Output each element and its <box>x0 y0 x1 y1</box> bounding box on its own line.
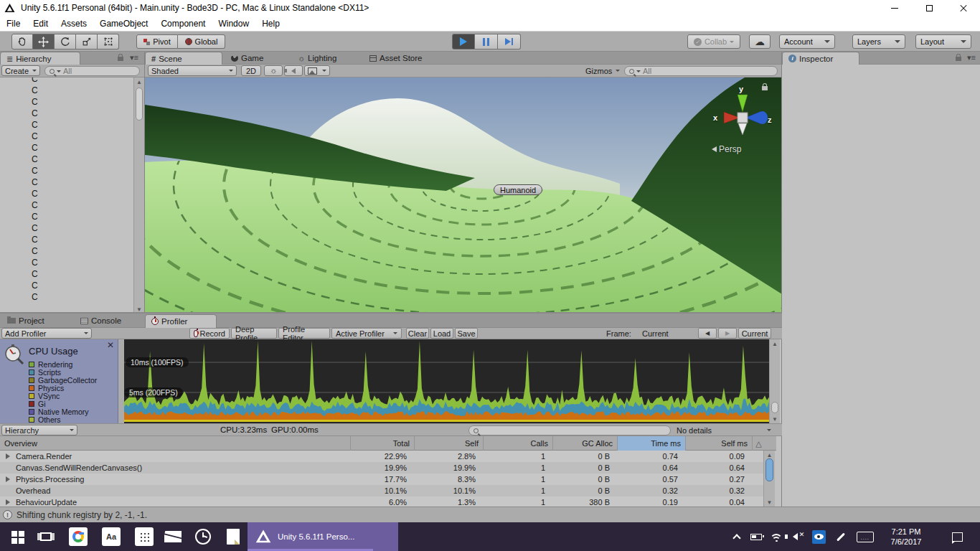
menu-component[interactable]: Component <box>154 16 212 32</box>
cpu-usage-panel[interactable]: ✕ CPU Usage Rendering Scripts GarbageCol… <box>0 339 118 423</box>
profiler-scrollbar[interactable]: ▲ ▼ <box>769 339 780 423</box>
taskbar-chrome[interactable] <box>65 522 92 551</box>
action-center-button[interactable] <box>946 522 969 551</box>
hierarchy-item[interactable]: C <box>0 211 133 222</box>
scroll-down-icon[interactable]: ▼ <box>770 415 780 423</box>
scene-effects-dropdown[interactable] <box>304 65 330 76</box>
layers-dropdown[interactable]: Layers <box>852 34 905 49</box>
hierarchy-item[interactable]: C <box>0 77 133 85</box>
pivot-toggle-button[interactable]: Pivot <box>136 34 178 49</box>
hierarchy-scrollbar[interactable]: ▲ ▼ <box>133 77 144 314</box>
menu-gameobject[interactable]: GameObject <box>93 16 154 32</box>
cpu-usage-chart[interactable]: 10ms (100FPS) 5ms (200FPS) <box>124 339 769 423</box>
scroll-up-icon[interactable]: ▲ <box>770 339 780 348</box>
shading-mode-dropdown[interactable]: Shaded <box>148 65 237 76</box>
save-button[interactable]: Save <box>455 328 478 339</box>
scene-lighting-toggle[interactable]: ☼ <box>264 65 283 76</box>
hierarchy-item[interactable]: C <box>0 176 133 188</box>
maximize-button[interactable] <box>917 0 941 16</box>
hand-tool-button[interactable] <box>11 34 33 50</box>
scroll-thumb[interactable] <box>771 402 778 413</box>
task-view-button[interactable] <box>34 522 57 551</box>
hierarchy-item[interactable]: C <box>0 131 133 142</box>
gizmos-dropdown[interactable]: Gizmos <box>583 65 623 76</box>
column-calls[interactable]: Calls <box>483 436 552 451</box>
hierarchy-item[interactable]: C <box>0 268 133 280</box>
prev-frame-button[interactable]: ◀ <box>698 328 717 339</box>
axis-y-label[interactable]: y <box>739 85 743 93</box>
tab-asset-store[interactable]: Asset Store <box>364 52 428 65</box>
axis-z-label[interactable]: z <box>768 116 772 124</box>
hierarchy-item[interactable]: C <box>0 257 133 268</box>
scroll-up-icon[interactable]: ▲ <box>134 77 144 86</box>
hierarchy-item[interactable]: C <box>0 142 133 154</box>
minimize-button[interactable] <box>882 0 907 16</box>
move-tool-button[interactable] <box>33 34 55 50</box>
scroll-thumb[interactable] <box>765 458 773 481</box>
hierarchy-item[interactable]: C <box>0 245 133 257</box>
menu-window[interactable]: Window <box>212 16 255 32</box>
create-button[interactable]: Create <box>1 65 40 76</box>
hierarchy-item[interactable]: C <box>0 222 133 234</box>
tab-hierarchy[interactable]: ≣ Hierarchy <box>0 52 80 65</box>
column-overview[interactable]: Overview <box>0 436 350 451</box>
hierarchy-item[interactable]: C <box>0 188 133 199</box>
lock-icon[interactable] <box>762 86 768 90</box>
next-frame-button[interactable]: ▶ <box>718 328 737 339</box>
taskbar-calculator[interactable] <box>131 522 158 551</box>
taskbar-mail[interactable] <box>159 522 187 551</box>
table-row[interactable]: Camera.Render 22.9% 2.8% 1 0 B 0.74 0.09 <box>0 451 763 462</box>
details-dropdown[interactable]: No details <box>674 425 774 435</box>
tray-eye-app[interactable] <box>808 522 829 551</box>
column-self-ms[interactable]: Self ms <box>685 436 752 451</box>
hierarchy-item[interactable]: C <box>0 291 133 303</box>
tab-console[interactable]: Console <box>75 314 127 327</box>
current-frame-button[interactable]: Current <box>738 328 771 339</box>
scroll-thumb[interactable] <box>136 88 143 121</box>
scene-viewport[interactable]: Humanoid y x z Persp <box>145 77 782 312</box>
tray-battery[interactable] <box>746 522 766 551</box>
rect-tool-button[interactable] <box>98 34 119 50</box>
tray-touch-keyboard[interactable]: ∙∙∙∙ <box>854 522 877 551</box>
cloud-button[interactable]: ☁ <box>749 34 771 49</box>
layout-dropdown[interactable]: Layout <box>915 34 971 49</box>
menu-assets[interactable]: Assets <box>55 16 93 32</box>
hierarchy-item[interactable]: C <box>0 234 133 245</box>
profiler-search-input[interactable] <box>468 425 671 435</box>
hierarchy-item[interactable]: C <box>0 154 133 165</box>
global-toggle-button[interactable]: Global <box>178 34 225 49</box>
scene-object-label[interactable]: Humanoid <box>494 184 542 195</box>
lock-icon[interactable] <box>956 57 961 61</box>
hierarchy-search-input[interactable]: All <box>44 66 140 76</box>
tray-clock[interactable]: 7:21 PM 7/6/2017 <box>884 527 928 547</box>
taskbar-clock[interactable] <box>189 522 217 551</box>
table-row[interactable]: Canvas.SendWillRenderCanvases() 19.9% 19… <box>0 462 763 474</box>
column-gc-alloc[interactable]: GC Alloc <box>552 436 617 451</box>
column-time-ms[interactable]: Time ms <box>617 436 685 451</box>
close-button[interactable] <box>951 0 976 16</box>
tab-inspector[interactable]: i Inspector <box>782 52 859 65</box>
scene-search-input[interactable]: All <box>624 66 778 76</box>
tray-volume[interactable]: ✕ <box>788 522 809 551</box>
fold-arrow-icon[interactable] <box>6 499 10 505</box>
load-button[interactable]: Load <box>430 328 453 339</box>
table-row[interactable]: Overhead 10.1% 10.1% 1 0 B 0.32 0.32 <box>0 485 763 496</box>
column-total[interactable]: Total <box>350 436 414 451</box>
table-row[interactable]: BehaviourUpdate 6.0% 1.3% 1 380 B 0.19 0… <box>0 496 763 507</box>
step-button[interactable] <box>498 34 521 50</box>
lock-icon[interactable] <box>118 57 123 61</box>
hierarchy-item[interactable]: C <box>0 280 133 291</box>
tray-chevron-button[interactable] <box>727 522 746 551</box>
scene-audio-toggle[interactable] <box>284 65 303 76</box>
clear-button[interactable]: Clear <box>406 328 429 339</box>
pause-button[interactable] <box>475 34 498 50</box>
menu-help[interactable]: Help <box>255 16 286 32</box>
tab-scene[interactable]: # Scene <box>145 52 222 65</box>
active-profiler-dropdown[interactable]: Active Profiler <box>331 328 402 339</box>
taskbar-dictionary[interactable]: Aa <box>98 522 125 551</box>
hierarchy-item[interactable]: C <box>0 96 133 108</box>
projection-toggle[interactable]: Persp <box>712 144 741 154</box>
rotate-tool-button[interactable] <box>55 34 76 50</box>
pane-menu-icon[interactable]: ▾≡ <box>130 54 138 61</box>
axis-x-label[interactable]: x <box>713 113 717 122</box>
